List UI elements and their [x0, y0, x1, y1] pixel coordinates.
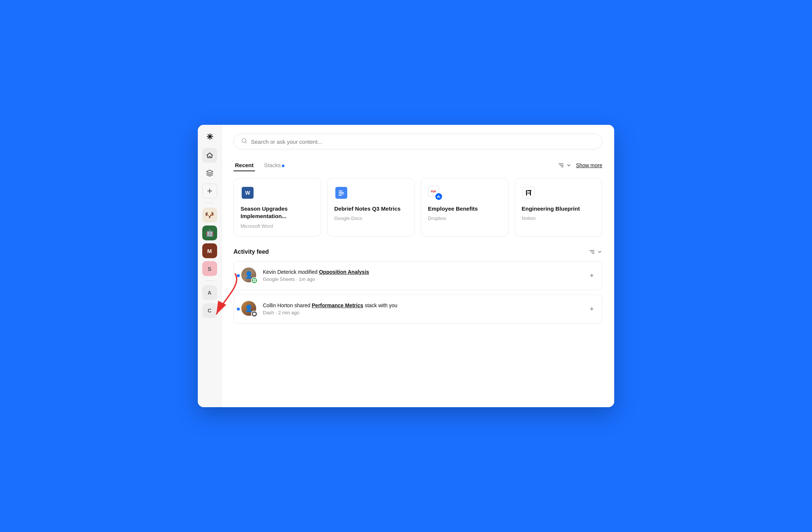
dropbox-badge [435, 193, 442, 200]
svg-marker-0 [206, 170, 213, 173]
activity-item-collin[interactable]: 👤 Collin Horton shared Performance Metri… [233, 295, 602, 324]
filter-button[interactable] [558, 162, 571, 168]
activity-text-collin: Collin Horton shared Performance Metrics… [263, 302, 584, 315]
sparkle-icon-collin[interactable]: ✦ [589, 305, 594, 313]
card-icon-gdocs [334, 186, 348, 200]
activity-sub-kevin: Google Sheets · 1m ago [263, 276, 584, 282]
svg-marker-24 [253, 312, 256, 315]
card-source: Dropbox [428, 215, 502, 221]
activity-unread-dot [237, 274, 240, 277]
card-icon-notion [522, 186, 536, 200]
card-engineering-blueprint[interactable]: Engineering Blueprint Notion [515, 178, 602, 237]
cards-grid: W Season Upgrades Implementation... Micr… [233, 178, 602, 237]
card-source: Microsoft Word [241, 223, 314, 229]
activity-badge-sheets [251, 277, 258, 284]
card-source: Notion [522, 215, 595, 221]
card-title: Debrief Notes Q3 Metrics [334, 205, 408, 213]
sidebar-avatar-robot[interactable]: 🤖 [202, 226, 217, 240]
activity-avatar-wrap-collin: 👤 [241, 301, 258, 317]
notion-icon [523, 187, 535, 199]
activity-avatar-wrap-kevin: 👤 [241, 267, 258, 284]
sidebar-item-home[interactable] [202, 148, 217, 163]
sidebar-divider-bottom [205, 280, 214, 281]
sparkle-icon-kevin[interactable]: ✦ [589, 272, 594, 280]
activity-feed-filter[interactable] [589, 249, 602, 255]
card-title: Employee Benefits [428, 205, 502, 213]
sidebar-item-stacks[interactable] [202, 166, 217, 181]
sidebar-avatar-dog[interactable]: 🐶 [202, 208, 217, 223]
activity-sub-collin: Dash · 2 min ago [263, 310, 584, 315]
activity-unread-dot-2 [237, 308, 240, 311]
card-title: Season Upgrades Implementation... [241, 205, 314, 220]
sidebar-item-add[interactable] [202, 184, 217, 198]
svg-rect-12 [339, 195, 342, 196]
sidebar: ✳ 🐶 🤖 M S A C [198, 125, 222, 407]
gdocs-icon [335, 187, 347, 199]
sidebar-avatar-s[interactable]: S [202, 261, 217, 276]
activity-main-kevin: Kevin Deterick modified Opposition Analy… [263, 269, 584, 275]
tab-recent[interactable]: Recent [233, 160, 255, 171]
svg-rect-10 [339, 192, 344, 193]
activity-main-collin: Collin Horton shared Performance Metrics… [263, 302, 584, 308]
card-source: Google Docs [334, 215, 408, 221]
svg-line-5 [245, 142, 246, 143]
tabs-row: Recent Stacks Show more [233, 160, 602, 171]
svg-rect-16 [527, 193, 531, 194]
search-bar[interactable] [233, 134, 602, 149]
word-icon: W [242, 187, 254, 199]
tab-stacks[interactable]: Stacks [262, 160, 286, 171]
show-more-button[interactable]: Show more [576, 162, 602, 168]
activity-text-kevin: Kevin Deterick modified Opposition Analy… [263, 269, 584, 282]
sidebar-avatar-m[interactable]: M [202, 243, 217, 258]
card-icon-word: W [241, 186, 255, 200]
sidebar-divider-top [205, 203, 214, 203]
sidebar-avatar-c[interactable]: C [202, 303, 217, 318]
activity-link-opposition[interactable]: Opposition Analysis [319, 269, 369, 275]
pdf-dropbox-icon: PDF [428, 186, 442, 200]
search-icon [241, 138, 247, 145]
sidebar-avatar-a[interactable]: A [202, 285, 217, 300]
svg-rect-11 [339, 194, 344, 194]
svg-rect-9 [339, 191, 342, 191]
card-employee-benefits[interactable]: PDF Employee Benefits Dropbox [421, 178, 509, 237]
card-title: Engineering Blueprint [522, 205, 595, 213]
app-logo[interactable]: ✳ [206, 132, 213, 142]
svg-rect-14 [527, 190, 531, 191]
card-season-upgrades[interactable]: W Season Upgrades Implementation... Micr… [233, 178, 321, 237]
activity-badge-dash [251, 311, 258, 317]
activity-feed-header: Activity feed [233, 249, 602, 255]
stacks-dot [282, 165, 284, 167]
main-content: Recent Stacks Show more W [222, 125, 614, 407]
svg-rect-13 [526, 190, 527, 195]
card-icon-pdf-dropbox: PDF [428, 186, 442, 200]
activity-feed-title: Activity feed [233, 249, 589, 255]
activity-link-performance[interactable]: Performance Metrics [312, 302, 364, 308]
search-input[interactable] [251, 139, 594, 145]
activity-item-kevin[interactable]: 👤 Kevin Deterick modified Opposition Ana… [233, 261, 602, 290]
card-debrief-notes[interactable]: Debrief Notes Q3 Metrics Google Docs [327, 178, 415, 237]
